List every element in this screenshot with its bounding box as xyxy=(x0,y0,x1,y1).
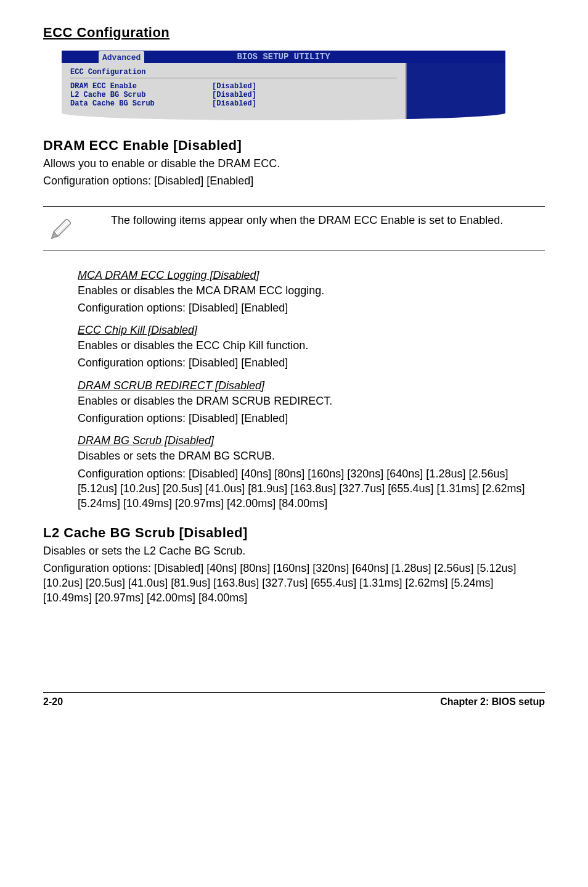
dram-ecc-options: Configuration options: [Disabled] [Enabl… xyxy=(43,173,545,188)
bios-row-label: DRAM ECC Enable xyxy=(70,82,212,91)
bios-title-text: BIOS SETUP UTILITY xyxy=(237,52,330,62)
l2-desc: Disables or sets the L2 Cache BG Scrub. xyxy=(43,543,545,558)
bios-row-value: [Disabled] xyxy=(212,82,256,91)
sub-item-chipkill: ECC Chip Kill [Disabled] Enables or disa… xyxy=(78,324,545,371)
item-desc: Disables or sets the DRAM BG SCRUB. xyxy=(78,448,545,463)
bios-row: Data Cache BG Scrub [Disabled] xyxy=(70,99,397,108)
bios-titlebar: BIOS SETUP UTILITY Advanced xyxy=(62,51,505,63)
sub-item-bgscrub: DRAM BG Scrub [Disabled] Disables or set… xyxy=(78,434,545,511)
item-title: DRAM BG Scrub [Disabled] xyxy=(78,434,545,447)
sub-item-mca: MCA DRAM ECC Logging [Disabled] Enables … xyxy=(78,269,545,316)
item-desc: Enables or disables the DRAM SCRUB REDIR… xyxy=(78,394,545,408)
page-footer: 2-20 Chapter 2: BIOS setup xyxy=(43,692,545,708)
bios-row: L2 Cache BG Scrub [Disabled] xyxy=(70,91,397,99)
item-options: Configuration options: [Disabled] [Enabl… xyxy=(78,300,545,315)
chapter-label: Chapter 2: BIOS setup xyxy=(440,696,545,708)
bios-tab-advanced: Advanced xyxy=(99,51,144,64)
pencil-icon xyxy=(43,213,78,242)
note-block: The following items appear only when the… xyxy=(43,206,545,250)
item-options: Configuration options: [Disabled] [Enabl… xyxy=(78,355,545,370)
item-title: DRAM SCRUB REDIRECT [Disabled] xyxy=(78,379,545,392)
bios-section-title: ECC Configuration xyxy=(70,68,397,76)
item-title: MCA DRAM ECC Logging [Disabled] xyxy=(78,269,545,282)
bios-row-label: L2 Cache BG Scrub xyxy=(70,91,212,99)
bios-row-value: [Disabled] xyxy=(212,91,256,99)
heading-dram-ecc-enable: DRAM ECC Enable [Disabled] xyxy=(43,138,545,154)
page-number: 2-20 xyxy=(43,696,63,708)
bios-window: BIOS SETUP UTILITY Advanced ECC Configur… xyxy=(62,51,505,120)
l2-options: Configuration options: [Disabled] [40ns]… xyxy=(43,561,545,606)
svg-line-0 xyxy=(55,221,66,233)
item-options: Configuration options: [Disabled] [40ns]… xyxy=(78,466,545,511)
bios-row: DRAM ECC Enable [Disabled] xyxy=(70,82,397,91)
bios-left-panel: ECC Configuration DRAM ECC Enable [Disab… xyxy=(62,63,406,120)
item-desc: Enables or disables the MCA DRAM ECC log… xyxy=(78,283,545,298)
bios-row-value: [Disabled] xyxy=(212,99,256,108)
note-text: The following items appear only when the… xyxy=(111,213,503,228)
bios-right-panel xyxy=(406,63,505,120)
sub-item-redirect: DRAM SCRUB REDIRECT [Disabled] Enables o… xyxy=(78,379,545,426)
heading-l2-cache-scrub: L2 Cache BG Scrub [Disabled] xyxy=(43,525,545,541)
item-title: ECC Chip Kill [Disabled] xyxy=(78,324,545,337)
item-options: Configuration options: [Disabled] [Enabl… xyxy=(78,411,545,426)
heading-ecc-configuration: ECC Configuration xyxy=(43,25,545,41)
bios-row-label: Data Cache BG Scrub xyxy=(70,99,212,108)
svg-line-1 xyxy=(57,224,68,235)
bios-divider xyxy=(70,78,397,78)
item-desc: Enables or disables the ECC Chip Kill fu… xyxy=(78,338,545,353)
dram-ecc-description: Allows you to enable or disable the DRAM… xyxy=(43,156,545,171)
